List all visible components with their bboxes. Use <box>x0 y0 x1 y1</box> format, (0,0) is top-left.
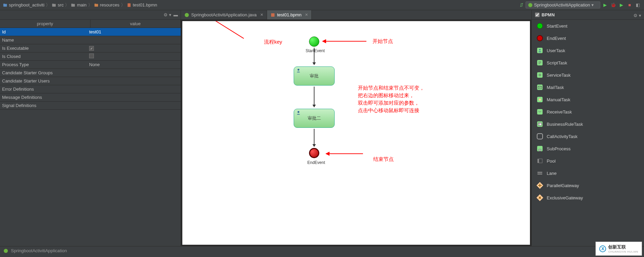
run-icon[interactable]: ▶ <box>602 2 608 8</box>
close-icon[interactable]: ✕ <box>305 13 308 17</box>
task-label: 审批 <box>310 73 319 79</box>
svg-rect-28 <box>537 134 543 139</box>
prop-name: Name <box>0 37 87 43</box>
prop-value[interactable]: test01 <box>87 29 181 34</box>
tab-java[interactable]: SpringbootActivitiApplication.java ✕ <box>181 10 267 19</box>
editor-tabs: SpringbootActivitiApplication.java ✕ tes… <box>181 10 531 20</box>
palette-item-exclusivegateway[interactable]: ExclusiveGateway <box>532 192 644 204</box>
palette-item-callactivitytask[interactable]: CallActivityTask <box>532 130 644 142</box>
svg-point-37 <box>4 249 8 253</box>
palette-item-mailtask[interactable]: MailTask <box>532 81 644 93</box>
spring-icon <box>528 3 533 7</box>
palette-checkbox[interactable] <box>535 13 540 17</box>
update-icon[interactable]: ⇵ <box>520 2 523 7</box>
breadcrumb: springboot_activiti 〉 src 〉 main 〉 resou… <box>0 2 516 8</box>
prop-row-candidate-starter-users[interactable]: Candidate Starter Users <box>0 77 181 85</box>
note-key: 流程key <box>264 38 282 46</box>
prop-row-is-executable[interactable]: Is Executable✓ <box>0 44 181 52</box>
rule-icon <box>536 121 543 127</box>
palette-item-scripttask[interactable]: ScriptTask <box>532 57 644 69</box>
prop-row-process-type[interactable]: Process TypeNone <box>0 61 181 69</box>
prop-row-signal-definitions[interactable]: Signal Definitions <box>0 102 181 110</box>
editor-gear-icon[interactable]: ⚙ ▾ <box>633 13 641 18</box>
prop-name: Candidate Starter Users <box>0 78 87 84</box>
layout-icon[interactable]: ◧ <box>635 2 641 8</box>
prop-row-candidate-starter-groups[interactable]: Candidate Starter Groups <box>0 69 181 77</box>
palette-item-label: EndEvent <box>547 36 566 41</box>
svg-rect-5 <box>71 3 73 4</box>
palette-item-startevent[interactable]: StartEvent <box>532 20 644 32</box>
prop-value[interactable]: ✓ <box>87 46 181 51</box>
palette-item-label: MailTask <box>547 85 564 90</box>
palette-header[interactable]: BPMN <box>532 10 644 20</box>
crumb-file[interactable]: test01.bpmn <box>127 2 157 7</box>
prop-row-message-definitions[interactable]: Message Definitions <box>0 93 181 102</box>
flow-2[interactable] <box>314 87 314 107</box>
crumb-sep: 〉 <box>65 2 69 8</box>
lane-icon <box>536 170 543 177</box>
svg-point-14 <box>537 23 543 29</box>
palette-item-parallelgateway[interactable]: ParallelGateway <box>532 179 644 192</box>
debug-icon[interactable]: 🐞 <box>611 2 616 8</box>
manual-icon <box>536 96 543 103</box>
user-task-2[interactable]: 审批二 <box>294 109 335 128</box>
palette-item-label: CallActivityTask <box>547 134 577 139</box>
prop-value[interactable] <box>87 54 181 59</box>
hide-icon[interactable]: ▬ <box>173 12 178 17</box>
module-icon <box>3 3 8 7</box>
svg-rect-11 <box>271 13 275 17</box>
user-task-1[interactable]: 审批 <box>294 66 335 86</box>
coverage-icon[interactable]: ▶ <box>619 2 624 8</box>
prop-row-id[interactable]: Idtest01 <box>0 28 181 36</box>
canvas[interactable]: 流程key StartEvent 开始节点 审批 审批二 <box>182 21 530 245</box>
end-event-label: EndEvent <box>306 160 326 165</box>
flow-1[interactable] <box>314 48 314 65</box>
flow-3[interactable] <box>314 129 314 147</box>
palette-item-servicetask[interactable]: ServiceTask <box>532 69 644 81</box>
palette-item-label: SubProcess <box>547 146 571 151</box>
prop-header: property value <box>0 20 181 28</box>
palette-item-receivetask[interactable]: ReceiveTask <box>532 106 644 118</box>
script-icon <box>536 59 543 66</box>
start-event[interactable] <box>309 36 319 47</box>
crumb-sep: 〉 <box>88 2 93 8</box>
prop-row-is-closed[interactable]: Is Closed <box>0 52 181 61</box>
crumb-resources[interactable]: resources <box>94 2 120 7</box>
palette-item-usertask[interactable]: UserTask <box>532 44 644 57</box>
tab-label: SpringbootActivitiApplication.java <box>191 12 257 17</box>
palette-item-businessruletask[interactable]: BusinessRuleTask <box>532 118 644 130</box>
close-icon[interactable]: ✕ <box>260 13 263 17</box>
mail-icon <box>536 84 543 91</box>
resources-icon <box>94 3 99 7</box>
palette-item-subprocess[interactable]: SubProcess <box>532 142 644 155</box>
palette-item-lane[interactable]: Lane <box>532 167 644 179</box>
crumb-module[interactable]: springboot_activiti <box>3 2 44 7</box>
palette-item-manualtask[interactable]: ManualTask <box>532 93 644 106</box>
end-icon <box>536 35 543 42</box>
run-config-select[interactable]: SpringbootActivitiApplication ▾ <box>526 1 600 9</box>
prop-value[interactable]: None <box>87 62 181 67</box>
svg-rect-7 <box>94 3 96 4</box>
checkbox[interactable]: ✓ <box>89 46 94 51</box>
svg-point-13 <box>297 111 299 113</box>
watermark-sub: CHUANGXIN HULIAN <box>608 250 638 253</box>
palette-item-pool[interactable]: Pool <box>532 155 644 167</box>
crumb-src[interactable]: src <box>52 2 64 7</box>
palette-item-label: ManualTask <box>547 97 570 102</box>
crumb-label: springboot_activiti <box>9 2 44 7</box>
prop-name: Error Definitions <box>0 87 87 92</box>
crumb-sep: 〉 <box>121 2 125 8</box>
svg-rect-25 <box>537 109 543 115</box>
checkbox[interactable] <box>89 54 94 58</box>
arrow-start <box>325 41 366 42</box>
stop-icon[interactable]: ■ <box>627 2 632 8</box>
prop-row-error-definitions[interactable]: Error Definitions <box>0 85 181 93</box>
crumb-main[interactable]: main <box>71 2 86 7</box>
end-event[interactable] <box>309 148 319 158</box>
prop-row-name[interactable]: Name <box>0 36 181 44</box>
gear-icon[interactable]: ⚙ ▾ <box>164 12 171 17</box>
palette-item-endevent[interactable]: EndEvent <box>532 32 644 44</box>
svg-point-17 <box>539 49 541 50</box>
note-help: 开始节点和结束节点不可变， 把右边的图标移动过来， 双击即可添加对应的参数， 点… <box>358 84 424 114</box>
tab-bpmn[interactable]: test01.bpmn ✕ <box>267 10 312 19</box>
